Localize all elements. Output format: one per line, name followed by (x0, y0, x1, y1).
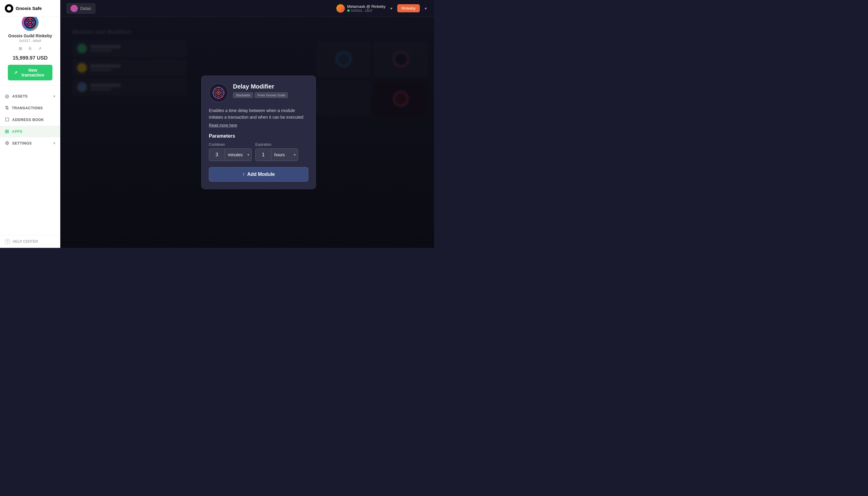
cooldown-input-row: 3 minutes hours days (209, 149, 252, 161)
chevron-down-icon-settings: ▾ (53, 141, 56, 145)
safe-info: Gnosis Guild Rinkeby 0x1017...AAa9 ⊞ ⎘ ↗… (0, 8, 60, 86)
new-transaction-button[interactable]: ↗ New transaction (8, 65, 53, 80)
cooldown-label: Cooldown (209, 142, 252, 147)
logo-text: Gnosis Safe (16, 6, 42, 11)
external-link-icon[interactable]: ↗ (36, 45, 43, 52)
svg-point-23 (214, 89, 215, 90)
sidebar-item-assets[interactable]: ◎ ASSETS ▾ (0, 90, 60, 102)
sidebar: Rinkeby Gnosis Guild Rinkeby 0x1017...AA… (0, 0, 60, 248)
svg-point-26 (214, 96, 215, 97)
sidebar-nav: ◎ ASSETS ▾ ⇅ TRANSACTIONS ☐ ADDRESS BOOK… (0, 86, 60, 235)
copy-icon[interactable]: ⎘ (27, 45, 34, 52)
safe-address: 0x1017...AAa9 (19, 39, 41, 43)
help-icon: ? (5, 239, 10, 244)
svg-point-11 (34, 22, 35, 23)
parameters-row: Cooldown 3 minutes hours days Expiration (209, 142, 308, 161)
wallet-details: Metamask @ Rinkeby 0x5Ebd...18d3 (347, 4, 386, 12)
sidebar-item-settings-label: SETTINGS (12, 141, 32, 145)
apps-icon: ⊞ (5, 128, 9, 134)
wallet-chevron-icon[interactable]: ▾ (389, 5, 394, 12)
safe-name: Gnosis Guild Rinkeby (8, 33, 52, 38)
add-module-button[interactable]: ↑ Add Module (209, 167, 308, 182)
network-chevron-icon[interactable]: ▾ (423, 5, 428, 12)
wallet-address: 0x5Ebd...18d3 (347, 9, 386, 12)
svg-point-10 (25, 22, 27, 23)
dialog-badges: Stackable From Gnosis Guild (233, 92, 308, 98)
sidebar-item-transactions-label: TRANSACTIONS (12, 106, 43, 110)
delay-modifier-dialog: Delay Modifier Stackable From Gnosis Gui… (201, 76, 316, 189)
sidebar-item-assets-label: ASSETS (12, 94, 28, 98)
topbar: Datas Metamask @ Rinkeby 0x5Ebd...18d3 ▾… (60, 0, 434, 17)
topbar-left: Datas (66, 3, 95, 14)
dialog-title: Delay Modifier (233, 83, 308, 90)
expiration-label: Expiration (255, 142, 298, 147)
add-module-label: Add Module (247, 172, 275, 177)
cooldown-group: Cooldown 3 minutes hours days (209, 142, 252, 161)
topbar-right: Metamask @ Rinkeby 0x5Ebd...18d3 ▾ Rinke… (336, 4, 428, 13)
svg-point-21 (212, 92, 214, 93)
stackable-badge: Stackable (233, 92, 253, 98)
svg-point-9 (30, 26, 31, 27)
sidebar-item-address-book-label: ADDRESS BOOK (12, 118, 44, 122)
tab-label: Datas (80, 6, 91, 11)
assets-icon: ◎ (5, 93, 9, 99)
help-center-label: HELP CENTER (13, 239, 38, 244)
qr-icon[interactable]: ⊞ (17, 45, 24, 52)
expiration-unit-select[interactable]: minutes hours days (271, 149, 298, 161)
logo-area: Gnosis Safe (0, 0, 60, 17)
dialog-title-area: Delay Modifier Stackable From Gnosis Gui… (233, 83, 308, 98)
cooldown-value: 3 (209, 149, 225, 161)
dialog-logo (209, 83, 228, 103)
svg-point-24 (222, 96, 223, 97)
svg-point-20 (218, 97, 219, 99)
expiration-unit-select-wrap[interactable]: minutes hours days (271, 149, 298, 161)
sidebar-item-apps[interactable]: ⊞ APPS (0, 126, 60, 137)
svg-point-25 (222, 89, 223, 90)
sidebar-item-transactions[interactable]: ⇅ TRANSACTIONS (0, 102, 60, 114)
address-book-icon: ☐ (5, 117, 9, 123)
svg-point-22 (223, 92, 225, 93)
sidebar-item-settings[interactable]: ⚙ SETTINGS ▾ (0, 137, 60, 149)
settings-icon: ⚙ (5, 140, 9, 146)
tab-avatar (71, 5, 78, 12)
wallet-avatar (336, 4, 345, 13)
wallet-name: Metamask @ Rinkeby (347, 4, 386, 9)
svg-point-8 (30, 18, 31, 19)
add-module-icon: ↑ (242, 172, 245, 177)
cooldown-unit-select-wrap[interactable]: minutes hours days (225, 149, 252, 161)
new-transaction-label: New transaction (19, 68, 46, 77)
chevron-down-icon: ▾ (53, 94, 56, 98)
cooldown-unit-select[interactable]: minutes hours days (225, 149, 252, 161)
help-center[interactable]: ? HELP CENTER (0, 235, 60, 248)
sidebar-item-apps-label: APPS (12, 129, 23, 134)
svg-point-3 (29, 22, 31, 24)
logo-icon (5, 4, 13, 13)
safe-balance: 15,999.97 USD (13, 55, 48, 61)
wallet-info: Metamask @ Rinkeby 0x5Ebd...18d3 (336, 4, 386, 13)
datas-tab[interactable]: Datas (66, 3, 95, 14)
transactions-icon: ⇅ (5, 105, 9, 111)
expiration-group: Expiration 1 minutes hours days (255, 142, 298, 161)
main-content: Modules and Modifiers (60, 17, 434, 248)
dialog-header: Delay Modifier Stackable From Gnosis Gui… (209, 83, 308, 103)
safe-action-icons: ⊞ ⎘ ↗ (17, 45, 43, 52)
network-button[interactable]: Rinkeby (397, 4, 420, 12)
online-indicator (347, 9, 349, 12)
from-gnosis-badge: From Gnosis Guild (255, 92, 288, 98)
expiration-input-row: 1 minutes hours days (255, 149, 298, 161)
expiration-value: 1 (255, 149, 271, 161)
arrow-up-icon: ↗ (14, 70, 17, 75)
dialog-description: Enables a time delay between when a modu… (209, 107, 308, 121)
parameters-title: Parameters (209, 134, 308, 139)
read-more-link[interactable]: Read more here (209, 123, 308, 127)
svg-point-19 (218, 87, 219, 88)
sidebar-item-address-book[interactable]: ☐ ADDRESS BOOK (0, 114, 60, 126)
